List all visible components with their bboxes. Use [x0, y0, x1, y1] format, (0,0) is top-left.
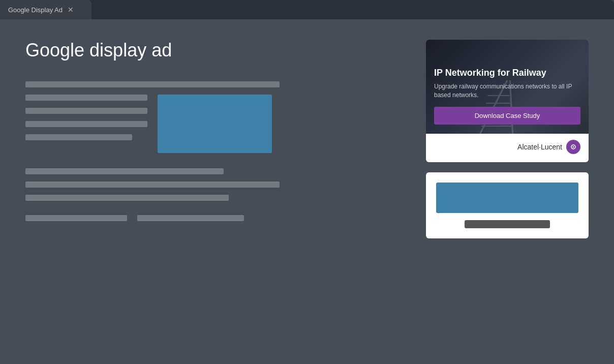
- bottom-line-3: [25, 195, 229, 201]
- bottom-lines: [25, 168, 406, 221]
- image-placeholder: [158, 95, 272, 153]
- alcatel-logo-text: Alcatel·Lucent: [517, 143, 562, 151]
- right-panel: IP Networking for Railway Upgrade railwa…: [426, 40, 589, 344]
- ad-logo-section: Alcatel·Lucent: [426, 134, 589, 154]
- tab-label: Google Display Ad: [8, 6, 63, 14]
- placeholder-line-2: [25, 108, 147, 114]
- ad-subtext: Upgrade railway communications networks …: [434, 82, 580, 100]
- bottom-two-col: [25, 215, 406, 221]
- ad-card-secondary: [426, 172, 589, 238]
- left-lines: [25, 95, 147, 153]
- page-title: Google display ad: [25, 40, 406, 61]
- placeholder-line-1: [25, 95, 147, 101]
- content-row: [25, 95, 406, 153]
- ad-text-overlay: IP Networking for Railway Upgrade railwa…: [426, 40, 589, 134]
- bottom-col-line-2: [137, 215, 244, 221]
- bottom-line-1: [25, 168, 224, 174]
- tab-google-display-ad[interactable]: Google Display Ad ✕: [0, 0, 91, 19]
- bottom-col-line-1: [25, 215, 127, 221]
- placeholder-line-3: [25, 121, 147, 127]
- placeholder-line-top: [25, 81, 280, 87]
- ad-image-section: IP Networking for Railway Upgrade railwa…: [426, 40, 589, 134]
- ad2-image-placeholder: [436, 183, 578, 213]
- svg-point-9: [573, 146, 574, 148]
- download-case-study-button[interactable]: Download Case Study: [434, 107, 580, 125]
- tab-bar: Google Display Ad ✕: [0, 0, 614, 19]
- main-content: Google display ad: [0, 19, 614, 364]
- bottom-line-2: [25, 181, 280, 188]
- alcatel-logo-icon: [566, 140, 580, 154]
- ad-headline: IP Networking for Railway: [434, 68, 580, 79]
- ad-card-main: IP Networking for Railway Upgrade railwa…: [426, 40, 589, 162]
- close-icon[interactable]: ✕: [68, 6, 74, 13]
- placeholder-line-4: [25, 134, 132, 140]
- ad2-bar-placeholder: [465, 220, 550, 228]
- left-panel: Google display ad: [25, 40, 406, 344]
